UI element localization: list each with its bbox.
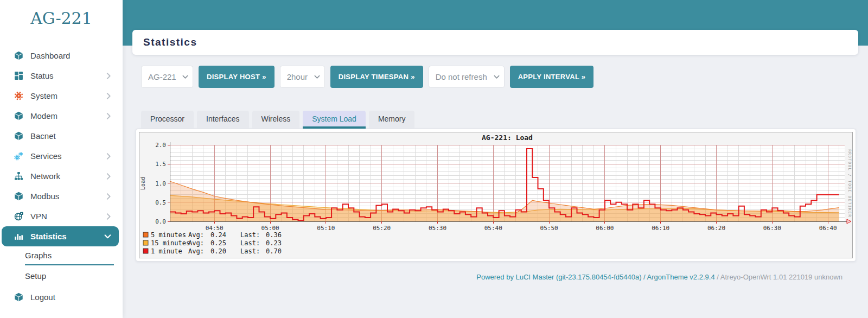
globe-lock-icon [14,212,23,221]
gear-icon [14,91,23,100]
sidebar-subitem-graphs[interactable]: Graphs [0,246,123,264]
chevron-right-icon [106,112,111,119]
gears-icon [14,151,23,161]
sidebar-item-label: Network [30,171,60,181]
sidebar-item-modem[interactable]: Modem [2,106,119,126]
chevron-right-icon [106,92,111,99]
legend-swatch [143,240,148,245]
host-select-wrap: AG-221 [141,66,193,88]
svg-text:06:10: 06:10 [652,225,669,232]
graph-card: 2.01.51.00.50.004:5005:0005:1005:2005:30… [136,129,856,262]
sidebar-item-bacnet[interactable]: Bacnet [2,126,119,146]
svg-text:1.5: 1.5 [155,161,166,168]
refresh-select-wrap: Do not refresh [429,66,505,88]
grid-icon [14,71,23,80]
cube-icon [14,111,23,120]
svg-text:06:30: 06:30 [763,225,781,232]
chevron-right-icon [106,213,111,220]
sidebar-item-label: Modem [30,111,58,120]
legend-last-value: 0.23 [266,239,282,247]
display-host-button[interactable]: DISPLAY HOST » [199,66,275,88]
graph-tabs: ProcessorInterfacesWirelessSystem LoadMe… [141,111,414,129]
sidebar-item-vpn[interactable]: VPN [2,206,119,226]
footer-link[interactable]: Powered by LuCI Master (git-23.175.80454… [476,273,641,281]
tab-memory[interactable]: Memory [369,111,415,129]
svg-text:Last:: Last: [240,231,260,239]
tab-system-load[interactable]: System Load [303,111,366,129]
tab-wireless[interactable]: Wireless [252,111,300,129]
sidebar-item-label: Services [30,151,62,161]
footer: Powered by LuCI Master (git-23.175.80454… [476,273,843,281]
sidebar-subitem-setup[interactable]: Setup [0,267,123,284]
sidebar-item-services[interactable]: Services [2,146,119,166]
chevron-right-icon [106,152,111,160]
sidebar-nav: Dashboard Status System Modem Bacnet Ser… [0,46,123,307]
chevron-down-icon [104,234,111,239]
sidebar-item-label: VPN [30,212,47,221]
footer-link[interactable]: ArgonTheme v2.2.9.4 [647,273,715,281]
graph-controls: AG-221 DISPLAY HOST » 2hour DISPLAY TIME… [141,66,593,88]
svg-text:05:20: 05:20 [373,225,391,232]
cube-icon [14,131,23,141]
sidebar-item-label: Statistics [30,232,67,241]
sidebar-item-statistics[interactable]: Statistics [2,226,119,246]
sidebar-item-system[interactable]: System [2,86,119,106]
svg-text:Avg:: Avg: [188,247,204,255]
chart-ylabel: Load [140,177,146,190]
footer-link[interactable]: / [641,273,647,281]
tab-interfaces[interactable]: Interfaces [197,111,248,129]
rrdtool-watermark: RRDTOOL / TOBI OETIKER [847,149,852,218]
apply-interval-button[interactable]: APPLY INTERVAL » [510,66,594,88]
display-timespan-button[interactable]: DISPLAY TIMESPAN » [330,66,423,88]
svg-text:05:30: 05:30 [429,225,446,232]
load-chart: 2.01.51.00.50.004:5005:0005:1005:2005:30… [139,132,852,258]
sidebar-item-label: Dashboard [30,51,70,60]
legend-label: 1 minute [151,247,182,255]
sitemap-icon [14,171,23,181]
sidebar-item-label: System [30,91,58,100]
svg-text:06:00: 06:00 [596,225,614,232]
sidebar-item-modbus[interactable]: Modbus [2,186,119,206]
sidebar-item-status[interactable]: Status [2,66,119,86]
svg-text:06:40: 06:40 [819,225,837,232]
host-select[interactable]: AG-221 [141,66,193,88]
device-title: AG-221 [0,0,123,38]
legend-last-value: 0.36 [266,231,282,239]
load-graph-image: 2.01.51.00.50.004:5005:0005:1005:2005:30… [139,132,853,258]
legend-avg-value: 0.24 [210,231,226,239]
legend-swatch [143,249,148,253]
svg-text:05:50: 05:50 [540,225,558,232]
bar-chart-icon [14,232,23,241]
sidebar: AG-221 Dashboard Status System Modem Bac… [0,0,123,318]
legend-swatch [143,232,148,237]
sidebar-item-dashboard[interactable]: Dashboard [2,46,119,66]
sidebar-item-network[interactable]: Network [2,166,119,186]
sidebar-item-label: Status [30,71,54,80]
footer-text: Atreyo-OpenWrt 1.01 221019 unknown [720,273,843,281]
chevron-right-icon [106,173,111,180]
svg-text:05:10: 05:10 [317,225,335,232]
svg-text:Last:: Last: [240,239,260,247]
page: AG-221 Dashboard Status System Modem Bac… [0,0,868,318]
sidebar-item-label: Bacnet [30,131,56,141]
footer-text: / [715,273,720,281]
tab-processor[interactable]: Processor [141,111,194,129]
chevron-right-icon [106,193,111,200]
legend-label: 15 minutes [151,239,190,247]
svg-text:1.0: 1.0 [155,180,166,187]
svg-text:Avg:: Avg: [188,239,204,247]
legend-last-value: 0.70 [266,247,282,255]
svg-text:06:20: 06:20 [707,225,725,232]
page-title-card: Statistics [132,30,858,55]
sidebar-item-logout[interactable]: Logout [2,287,119,307]
svg-text:0.5: 0.5 [155,199,166,206]
svg-text:Last:: Last: [240,247,260,255]
timespan-select[interactable]: 2hour [280,66,325,88]
refresh-select[interactable]: Do not refresh [429,66,505,88]
svg-text:05:40: 05:40 [484,225,502,232]
page-title: Statistics [143,36,197,48]
svg-text:0.0: 0.0 [155,218,166,225]
legend-label: 5 minutes [151,231,186,239]
sidebar-item-label: Modbus [30,192,59,201]
chart-title: AG-221: Load [482,133,533,142]
